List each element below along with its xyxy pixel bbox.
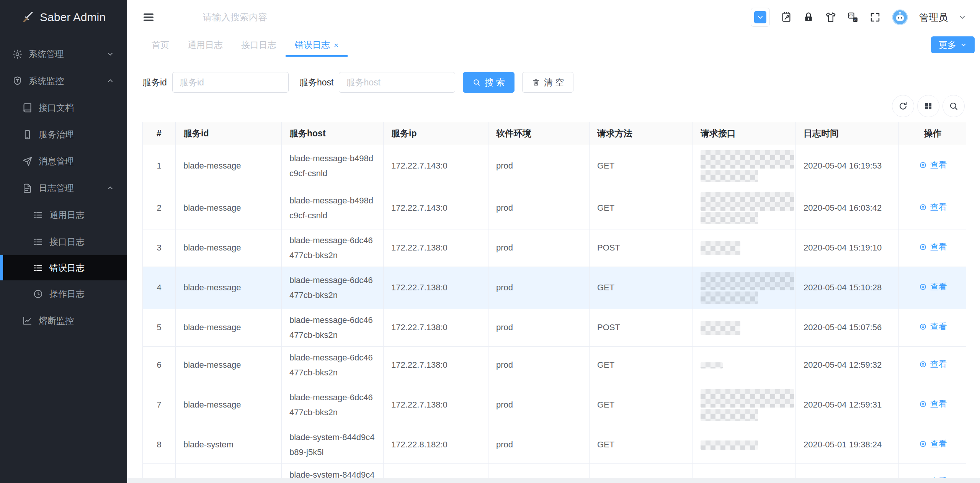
lock-icon[interactable] xyxy=(803,11,814,23)
row-index: 2 xyxy=(143,187,176,229)
redacted-content xyxy=(701,440,758,450)
more-button[interactable]: 更多 xyxy=(931,36,975,53)
cell-service-id: blade-system xyxy=(176,464,282,478)
table-row: 8blade-systemblade-system-844d9c4b89-j5k… xyxy=(143,426,967,464)
eye-icon xyxy=(919,477,927,478)
view-link[interactable]: 查看 xyxy=(919,474,947,478)
tab-home[interactable]: 首页 xyxy=(142,34,178,57)
cell-env: prod xyxy=(488,309,590,347)
log-table-container: #服务id服务host服务ip软件环境请求方法请求接口日志时间操作 1blade… xyxy=(142,122,966,478)
debug-tools-icon[interactable] xyxy=(781,11,792,23)
service-id-label: 服务id xyxy=(142,77,167,88)
view-link[interactable]: 查看 xyxy=(919,280,947,295)
sidebar-item-label: 系统管理 xyxy=(29,48,64,60)
phone-icon xyxy=(22,129,33,140)
list-icon xyxy=(33,237,43,247)
sidebar-item-circuit-monitor[interactable]: 熔断监控 xyxy=(0,307,127,334)
view-link[interactable]: 查看 xyxy=(919,397,947,412)
view-link-label: 查看 xyxy=(930,240,947,255)
send-icon xyxy=(22,156,33,167)
cell-api xyxy=(693,229,796,267)
cell-api xyxy=(693,309,796,347)
view-link-label: 查看 xyxy=(930,397,947,412)
cell-method: GET xyxy=(590,384,693,426)
cell-log-time: 2020-05-04 15:19:10 xyxy=(796,229,899,267)
cell-actions: 查看 xyxy=(899,267,967,309)
view-link[interactable]: 查看 xyxy=(919,319,947,334)
user-chevron-down-icon[interactable] xyxy=(959,13,966,21)
cell-env: prod xyxy=(488,145,590,187)
sidebar-item-api-docs[interactable]: 接口文档 xyxy=(0,94,127,121)
sidebar-item-api-log[interactable]: 接口日志 xyxy=(0,228,127,255)
username[interactable]: 管理员 xyxy=(919,11,948,24)
tab-usual-log[interactable]: 通用日志 xyxy=(178,34,232,57)
app-logo[interactable]: Saber Admin xyxy=(0,0,127,34)
view-link[interactable]: 查看 xyxy=(919,357,947,372)
service-host-input[interactable] xyxy=(339,72,455,93)
hamburger-menu-icon[interactable] xyxy=(142,11,155,23)
view-link[interactable]: 查看 xyxy=(919,240,947,255)
global-search-input[interactable] xyxy=(202,11,395,23)
redacted-content xyxy=(701,409,758,421)
tab-error-log[interactable]: 错误日志× xyxy=(286,34,348,57)
row-index: 4 xyxy=(143,267,176,309)
table-row: 4blade-messageblade-message-6dc46477cb-b… xyxy=(143,267,967,309)
main-content: 服务id 服务host 搜 索 清 空 xyxy=(127,57,980,478)
sidebar-item-system-monitor[interactable]: 系统监控 xyxy=(0,67,127,94)
cell-actions: 查看 xyxy=(899,187,967,229)
cell-service-id: blade-message xyxy=(176,229,282,267)
column-header: 请求接口 xyxy=(693,122,796,145)
eye-icon xyxy=(919,440,927,448)
tab-api-log[interactable]: 接口日志 xyxy=(232,34,286,57)
chart-icon xyxy=(22,316,33,326)
sidebar-item-log-management[interactable]: 日志管理 xyxy=(0,175,127,201)
fullscreen-icon[interactable] xyxy=(869,11,881,23)
view-link[interactable]: 查看 xyxy=(919,158,947,173)
row-index: 1 xyxy=(143,145,176,187)
user-avatar[interactable] xyxy=(892,9,908,26)
cell-log-time: 2020-05-01 19:38:24 xyxy=(796,426,899,464)
row-index: 6 xyxy=(143,347,176,384)
app-window: Saber Admin 系统管理系统监控接口文档服务治理消息管理日志管理通用日志… xyxy=(0,0,980,483)
sidebar-item-label: 接口文档 xyxy=(39,102,74,114)
sidebar-item-label: 消息管理 xyxy=(39,156,74,167)
clear-button-label: 清 空 xyxy=(544,77,564,88)
toggle-search-button[interactable] xyxy=(942,95,965,117)
sidebar-item-usual-log[interactable]: 通用日志 xyxy=(0,201,127,228)
cell-log-time: 2020-05-04 16:19:53 xyxy=(796,145,899,187)
cell-method: GET xyxy=(590,464,693,478)
view-link[interactable]: 查看 xyxy=(919,437,947,452)
view-link-label: 查看 xyxy=(930,437,947,452)
cell-api xyxy=(693,384,796,426)
sidebar-item-service-governance[interactable]: 服务治理 xyxy=(0,121,127,148)
close-icon[interactable]: × xyxy=(334,41,338,49)
cell-service-id: blade-message xyxy=(176,309,282,347)
refresh-button[interactable] xyxy=(892,95,914,117)
row-index: 3 xyxy=(143,229,176,267)
cell-method: POST xyxy=(590,229,693,267)
column-header: 日志时间 xyxy=(796,122,899,145)
topbar-actions: 中A 管理员 xyxy=(751,8,980,27)
tab-label: 错误日志 xyxy=(295,39,330,51)
column-settings-button[interactable] xyxy=(917,95,939,117)
sidebar-item-operation-log[interactable]: 操作日志 xyxy=(0,280,127,307)
sidebar-item-error-log[interactable]: 错误日志 xyxy=(0,255,127,280)
language-translate-icon[interactable]: 中A xyxy=(847,11,859,23)
search-button[interactable]: 搜 索 xyxy=(463,72,514,93)
clear-button[interactable]: 清 空 xyxy=(522,72,573,93)
sidebar-item-message-management[interactable]: 消息管理 xyxy=(0,148,127,175)
svg-text:中: 中 xyxy=(849,13,853,18)
sidebar-item-system-management[interactable]: 系统管理 xyxy=(0,41,127,67)
service-id-input[interactable] xyxy=(172,72,289,93)
view-link[interactable]: 查看 xyxy=(919,200,947,215)
theme-tshirt-icon[interactable] xyxy=(825,11,836,23)
list-icon xyxy=(33,263,43,273)
cell-env: prod xyxy=(488,426,590,464)
redacted-content xyxy=(701,212,758,224)
column-header: 软件环境 xyxy=(488,122,590,145)
cell-service-ip: 172.22.8.182:0 xyxy=(384,426,488,464)
view-link-label: 查看 xyxy=(930,319,947,334)
redacted-content xyxy=(701,150,794,169)
top-dropdown-button[interactable] xyxy=(751,8,770,27)
view-link-label: 查看 xyxy=(930,280,947,295)
